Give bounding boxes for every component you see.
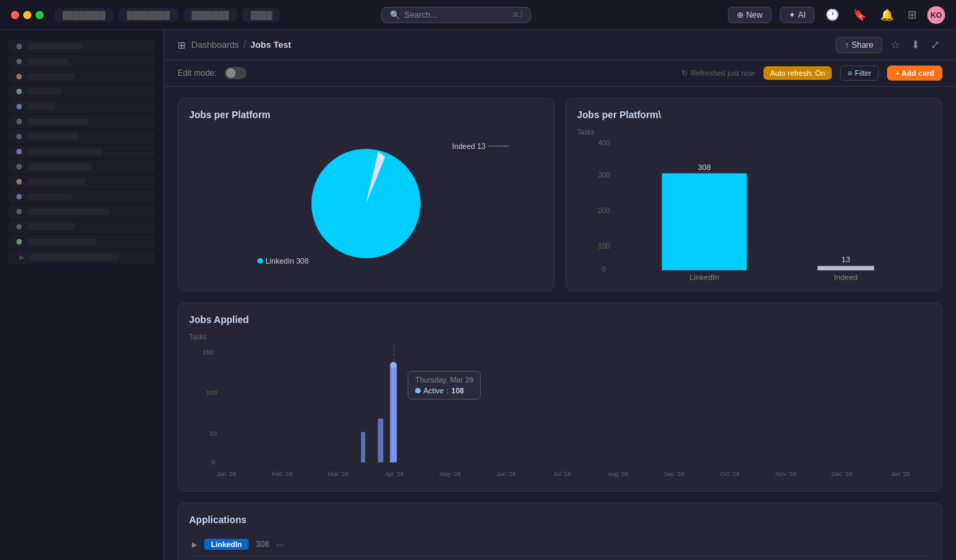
bookmark-icon[interactable]: 🔖 bbox=[850, 5, 869, 24]
pie-indeed-text: Indeed 13 bbox=[452, 142, 486, 150]
nav-tab-3[interactable]: ███████ bbox=[184, 8, 238, 22]
svg-text:400: 400 bbox=[598, 139, 610, 147]
linkedin-badge: LinkedIn bbox=[204, 539, 249, 550]
main-layout: ▶ ⊞ Dashboards / Jobs Test ↑ Share ☆ ⬇ ⤢ bbox=[0, 30, 956, 560]
charts-row: Jobs per Platform bbox=[178, 98, 942, 292]
linkedin-count: 308 bbox=[255, 540, 269, 549]
sidebar-dot-6 bbox=[16, 119, 22, 124]
refresh-status: ↻ Refreshed just now bbox=[681, 69, 755, 78]
star-icon[interactable]: ☆ bbox=[888, 36, 903, 54]
download-icon[interactable]: ⬇ bbox=[908, 36, 923, 54]
svg-text:Jan '24: Jan '24 bbox=[216, 471, 236, 477]
sidebar-item-6[interactable] bbox=[8, 115, 155, 128]
auto-refresh-button[interactable]: Auto refresh: On bbox=[763, 66, 832, 80]
refresh-label: Refreshed just now bbox=[690, 69, 755, 77]
sidebar-item-7[interactable] bbox=[8, 130, 155, 143]
sidebar-item-2[interactable] bbox=[8, 55, 155, 68]
sidebar-item-15[interactable]: ▶ bbox=[8, 250, 155, 264]
svg-text:308: 308 bbox=[698, 163, 711, 171]
filter-button[interactable]: ≡ Filter bbox=[840, 66, 879, 81]
svg-text:Jun '24: Jun '24 bbox=[496, 471, 516, 477]
sidebar-item-13[interactable] bbox=[8, 220, 155, 234]
sidebar-dot-12 bbox=[16, 209, 22, 214]
clock-icon[interactable]: 🕐 bbox=[823, 5, 842, 24]
svg-text:Aug '24: Aug '24 bbox=[608, 471, 628, 477]
search-bar[interactable]: 🔍 Search... ⌘J bbox=[381, 7, 531, 23]
fullscreen-icon[interactable]: ⤢ bbox=[928, 36, 942, 54]
add-card-button[interactable]: + Add card bbox=[887, 66, 942, 81]
toolbar: Edit mode: ↻ Refreshed just now Auto ref… bbox=[164, 60, 956, 87]
bar-chart-card: Jobs per Platform\ Tasks 400 300 200 100 bbox=[565, 98, 942, 292]
svg-text:Mar '24: Mar '24 bbox=[328, 471, 348, 477]
bar-chart-area: 400 300 200 100 0 308 bbox=[577, 139, 931, 280]
svg-text:Jan '25: Jan '25 bbox=[890, 471, 910, 477]
svg-text:Apr '24: Apr '24 bbox=[384, 471, 404, 477]
svg-text:Nov '24: Nov '24 bbox=[776, 471, 796, 477]
sidebar-item-8[interactable] bbox=[8, 145, 155, 158]
expand-linkedin-button[interactable]: ▶ bbox=[192, 541, 197, 548]
dashboard: Jobs per Platform bbox=[164, 87, 956, 560]
sidebar-label-10 bbox=[27, 178, 85, 185]
nav-tab-4[interactable]: ████ bbox=[242, 8, 280, 22]
pie-chart-container: Indeed 13 LinkedIn 308 bbox=[189, 128, 543, 279]
grid-icon[interactable]: ⊞ bbox=[905, 5, 919, 24]
svg-text:200: 200 bbox=[598, 207, 610, 214]
sidebar-item-14[interactable] bbox=[8, 235, 155, 249]
svg-text:100: 100 bbox=[598, 242, 610, 250]
svg-text:Sep '24: Sep '24 bbox=[664, 471, 684, 477]
bar-indeed bbox=[817, 266, 874, 270]
line-chart-title: Jobs Applied bbox=[189, 314, 931, 325]
minimize-traffic-light[interactable] bbox=[23, 11, 31, 19]
svg-text:100: 100 bbox=[206, 389, 218, 397]
search-shortcut: ⌘J bbox=[512, 11, 522, 18]
share-button[interactable]: ↑ Share bbox=[836, 37, 882, 53]
sidebar-label-1 bbox=[27, 43, 82, 50]
bell-icon[interactable]: 🔔 bbox=[877, 5, 897, 24]
new-button[interactable]: ⊕ New bbox=[728, 7, 772, 23]
pie-chart-title: Jobs per Platform bbox=[189, 109, 543, 120]
sidebar-label-7 bbox=[27, 133, 79, 140]
sidebar-item-5[interactable] bbox=[8, 100, 155, 113]
edit-mode-toggle[interactable] bbox=[225, 67, 247, 79]
sidebar-item-4[interactable] bbox=[8, 85, 155, 98]
avatar[interactable]: KO bbox=[927, 6, 945, 24]
breadcrumb-section: Dashboards bbox=[191, 40, 239, 50]
pie-linkedin-text: LinkedIn 308 bbox=[266, 257, 309, 265]
bar-linkedin bbox=[662, 173, 746, 270]
sidebar-item-12[interactable] bbox=[8, 205, 155, 219]
sidebar-item-3[interactable] bbox=[8, 70, 155, 83]
bar-chart-title: Jobs per Platform\ bbox=[577, 109, 931, 120]
bar-mar21 bbox=[361, 432, 365, 462]
sidebar-label-3 bbox=[27, 73, 75, 80]
sidebar-item-11[interactable] bbox=[8, 190, 155, 204]
ai-button[interactable]: ✦ AI bbox=[780, 7, 815, 23]
plus-icon: ⊕ bbox=[737, 10, 744, 20]
sidebar-label-12 bbox=[27, 208, 109, 215]
sidebar-item-10[interactable] bbox=[8, 175, 155, 188]
pie-linkedin-label: LinkedIn 308 bbox=[257, 257, 309, 265]
nav-tab-1[interactable]: ████████ bbox=[55, 8, 113, 22]
linkedin-more-button[interactable]: ··· bbox=[276, 539, 284, 550]
close-traffic-light[interactable] bbox=[11, 11, 19, 19]
breadcrumb-bar: ⊞ Dashboards / Jobs Test ↑ Share ☆ ⬇ ⤢ bbox=[164, 30, 956, 60]
sidebar-dot-2 bbox=[16, 59, 22, 64]
content-area: ⊞ Dashboards / Jobs Test ↑ Share ☆ ⬇ ⤢ E… bbox=[164, 30, 956, 560]
app-row-indeed: ▶ Indeed 13 ··· bbox=[189, 556, 931, 560]
ai-label: AI bbox=[798, 10, 806, 20]
line-chart-card: Jobs Applied Tasks Thursday, Mar 28 Acti… bbox=[178, 303, 942, 492]
breadcrumb-current: Jobs Test bbox=[251, 40, 292, 50]
sidebar-dot-13 bbox=[16, 224, 22, 229]
sidebar-label-9 bbox=[27, 163, 92, 170]
sidebar-item-1[interactable] bbox=[8, 40, 155, 53]
nav-tab-2[interactable]: ████████ bbox=[119, 8, 178, 22]
svg-text:300: 300 bbox=[598, 171, 610, 179]
sidebar-label-14 bbox=[27, 238, 96, 245]
sidebar-item-9[interactable] bbox=[8, 160, 155, 173]
sidebar-dot-1 bbox=[16, 44, 22, 49]
svg-text:13: 13 bbox=[841, 255, 850, 264]
fullscreen-traffic-light[interactable] bbox=[36, 11, 44, 19]
sidebar-dot-8 bbox=[16, 149, 22, 154]
sidebar-label-8 bbox=[27, 148, 102, 155]
pie-indeed-label: Indeed 13 bbox=[452, 142, 509, 150]
applications-card: Applications ▶ LinkedIn 308 ··· ▶ Indeed… bbox=[178, 503, 942, 560]
